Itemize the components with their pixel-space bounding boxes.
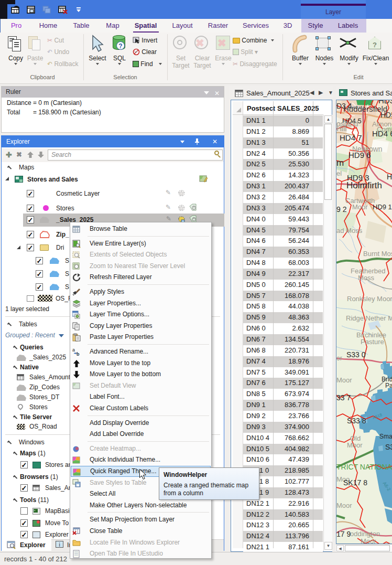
svg-text:or: or — [336, 355, 342, 362]
svg-text:Small: Small — [379, 433, 392, 440]
svg-text:9 2: 9 2 — [336, 205, 347, 214]
svg-text:a: a — [72, 348, 75, 353]
svg-text:SK17 8: SK17 8 — [343, 478, 367, 487]
svg-text:Moor: Moor — [336, 376, 352, 384]
svg-text:Moss: Moss — [358, 274, 375, 282]
svg-text:ad Moss: ad Moss — [336, 227, 363, 234]
svg-text:HD9 6: HD9 6 — [349, 151, 371, 159]
svg-text:Moor: Moor — [336, 502, 352, 509]
svg-text:oddington: oddington — [350, 530, 380, 538]
svg-text:m: m — [336, 158, 344, 168]
svg-text:HD4 7: HD4 7 — [340, 133, 362, 142]
svg-text:S3: S3 — [385, 443, 392, 451]
svg-text:Burnt Mos: Burnt Mos — [363, 250, 392, 258]
svg-text:Holmfirth: Holmfirth — [346, 180, 382, 190]
svg-text:S33 0: S33 0 — [346, 350, 366, 359]
svg-text:HD4 6: HD4 6 — [372, 129, 392, 138]
svg-text:Moor: Moor — [347, 441, 363, 449]
svg-text:Hill: Hill — [336, 124, 346, 133]
svg-text:TRICT NATIONAL: TRICT NATIONAL — [336, 463, 392, 471]
svg-text:33 7: 33 7 — [336, 393, 351, 402]
svg-text:Moor: Moor — [352, 203, 368, 211]
svg-text:el: el — [336, 169, 342, 177]
svg-text:HD9 1: HD9 1 — [373, 203, 392, 211]
svg-text:Pa: Pa — [385, 382, 392, 389]
svg-text:b: b — [77, 351, 80, 356]
svg-text:Moor: Moor — [361, 537, 376, 544]
svg-text:HD: HD — [387, 173, 392, 181]
svg-text:S33 8: S33 8 — [347, 417, 366, 425]
svg-text:HD5: HD5 — [380, 111, 392, 119]
svg-text:17 9: 17 9 — [336, 530, 351, 538]
svg-text:Ridge Nether M: Ridge Nether M — [346, 314, 392, 322]
svg-text:Pasture: Pasture — [361, 338, 384, 346]
svg-text:Ronksley Moor: Ronksley Moor — [347, 295, 392, 303]
